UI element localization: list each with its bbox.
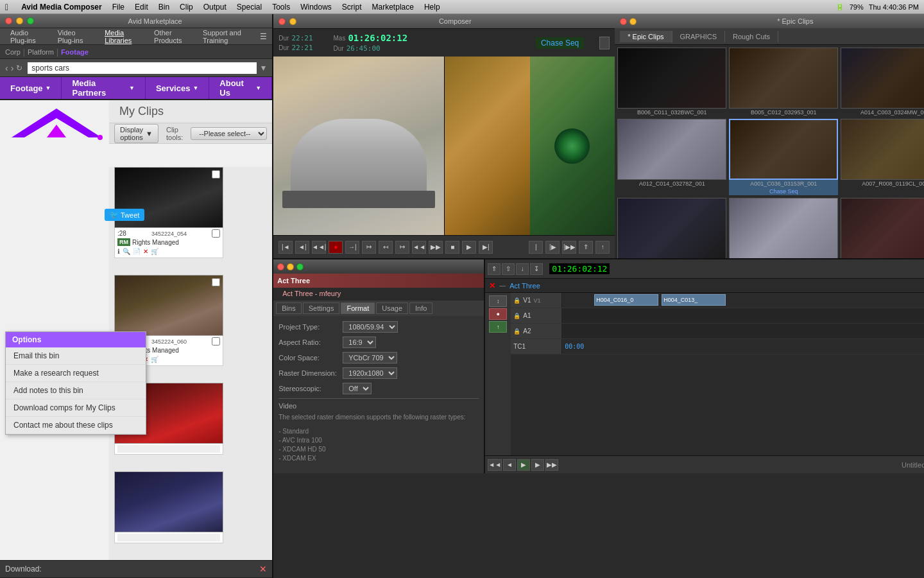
menu-tools[interactable]: Tools — [272, 3, 290, 12]
ctrl-play-in-out[interactable]: ▶| — [479, 241, 493, 254]
track-sync-btn[interactable]: ↕ — [489, 295, 507, 307]
ctrl-prev-10[interactable]: ◄◄| — [312, 241, 326, 254]
left-monitor[interactable] — [273, 57, 445, 235]
clip-info-icon[interactable]: ℹ — [117, 248, 120, 255]
color-space-select[interactable]: YCbCr 709 — [343, 352, 397, 363]
nav-footage[interactable]: Footage ▼ — [0, 77, 62, 99]
back-icon[interactable]: ‹ — [5, 63, 8, 73]
tab-video-plugins[interactable]: Video Plug-ins — [53, 28, 98, 46]
close-sequence-btn[interactable]: ✕ — [489, 281, 495, 290]
breadcrumb-footage[interactable]: Footage — [61, 48, 89, 56]
maximize-btn[interactable] — [27, 17, 34, 24]
raster-dimension-select[interactable]: 1920x1080 — [343, 367, 397, 379]
breadcrumb-corp[interactable]: Corp — [5, 48, 21, 56]
bin-thumb[interactable] — [617, 119, 726, 180]
bin-thumb[interactable] — [729, 119, 838, 180]
clip-h004-c013[interactable]: H004_C013_ — [662, 294, 726, 306]
menu-script[interactable]: Script — [342, 3, 362, 12]
ctrl-go-to-in[interactable]: →| — [345, 241, 359, 254]
tl-overwrite-btn[interactable]: ↧ — [530, 263, 543, 275]
bin-thumb[interactable] — [729, 48, 838, 109]
bin-tab-graphics[interactable]: GRAPHICS — [672, 31, 725, 42]
step-back-btn[interactable]: ◄ — [503, 459, 516, 471]
bin-thumb[interactable] — [729, 198, 838, 258]
clip-thumbnail[interactable] — [114, 275, 223, 336]
bin-min-btn[interactable] — [629, 18, 637, 25]
ctrl-in-mark[interactable]: |◄ — [278, 241, 293, 254]
project-min-btn[interactable] — [287, 263, 294, 270]
display-options-button[interactable]: Display options ▼ — [114, 124, 158, 143]
clip-cart-icon[interactable]: 🛒 — [151, 248, 158, 255]
a2-lock-icon[interactable]: 🔒 — [513, 328, 520, 335]
breadcrumb-platform[interactable]: Platform — [28, 48, 54, 56]
fast-fwd-btn[interactable]: ▶▶ — [545, 459, 558, 471]
menu-special[interactable]: Special — [237, 3, 262, 12]
tab-usage[interactable]: Usage — [376, 302, 408, 314]
ctrl-prev-frame[interactable]: ◄| — [295, 241, 309, 254]
download-x-icon[interactable]: ✕ — [259, 564, 267, 574]
stereoscopic-select[interactable]: Off — [343, 383, 372, 394]
track-green-btn[interactable]: ↑ — [489, 321, 507, 333]
composer-min-btn[interactable] — [289, 18, 296, 25]
right-monitor[interactable] — [445, 57, 615, 235]
bin-thumb[interactable] — [617, 48, 726, 109]
rewind-btn[interactable]: ◄◄ — [488, 459, 502, 471]
ctrl-red[interactable]: ● — [329, 241, 343, 254]
menu-clip[interactable]: Clip — [180, 3, 193, 12]
tl-extract-btn[interactable]: ⇑ — [488, 263, 501, 275]
ctrl-lift[interactable]: ⇑ — [579, 241, 593, 254]
ctrl-play[interactable]: ▶ — [462, 241, 476, 254]
ctrl-next-10[interactable]: |▶▶ — [562, 241, 576, 254]
tab-info[interactable]: Info — [409, 302, 432, 314]
tl-splice-btn[interactable]: ↓ — [516, 263, 529, 275]
tweet-button[interactable]: 🐦 Tweet — [105, 209, 144, 221]
clip-checkbox[interactable] — [212, 170, 220, 179]
sequence-scroll[interactable] — [599, 37, 610, 49]
bin-tab-epic-clips[interactable]: * Epic Clips — [620, 31, 672, 42]
ctrl-out-mark[interactable]: | — [529, 241, 543, 254]
menu-edit[interactable]: Edit — [135, 3, 148, 12]
tab-format[interactable]: Format — [341, 302, 375, 314]
clip-checkbox[interactable] — [212, 278, 220, 286]
tab-media-libraries[interactable]: Media Libraries — [99, 28, 146, 46]
ctrl-splice[interactable]: ↤ — [379, 241, 393, 254]
nav-media-partners[interactable]: Media Partners ▼ — [62, 77, 145, 99]
a1-lock-icon[interactable]: 🔒 — [513, 313, 520, 319]
ctrl-match-frame[interactable]: ↦ — [362, 241, 376, 254]
v1-lock-icon[interactable]: 🔒 — [513, 297, 520, 304]
refresh-icon[interactable]: ↻ — [16, 64, 22, 73]
track-record-btn[interactable]: ● — [489, 308, 507, 320]
step-fwd-btn[interactable]: ▶ — [531, 459, 544, 471]
clip-cart-icon[interactable]: 🛒 — [151, 356, 158, 363]
option-email-bin[interactable]: Email this bin — [6, 347, 146, 365]
ctrl-stop[interactable]: ■ — [445, 241, 459, 254]
tab-other-products[interactable]: Other Products — [149, 28, 195, 46]
nav-about-us[interactable]: About Us ▼ — [209, 77, 272, 99]
close-btn[interactable] — [5, 17, 12, 24]
menu-avid[interactable]: Avid Media Composer — [21, 3, 102, 12]
menu-bin[interactable]: Bin — [158, 3, 169, 12]
clip-thumbnail[interactable] — [114, 471, 223, 532]
minus-btn[interactable]: — — [499, 282, 506, 289]
project-type-select[interactable]: 1080/59.94 — [343, 321, 398, 333]
bin-thumb[interactable] — [617, 198, 726, 258]
composer-close-btn[interactable] — [278, 18, 286, 25]
apple-menu[interactable]:  — [5, 2, 8, 12]
tab-audio-plugins[interactable]: Audio Plug-ins — [5, 28, 50, 46]
option-contact[interactable]: Contact me about these clips — [6, 417, 146, 434]
ctrl-rewind[interactable]: ◄◄ — [412, 241, 426, 254]
clip-select[interactable] — [212, 337, 220, 346]
bin-close-btn[interactable] — [620, 18, 627, 25]
play-btn[interactable]: ▶ — [517, 459, 530, 471]
clip-select[interactable] — [212, 229, 220, 238]
menu-windows[interactable]: Windows — [300, 3, 332, 12]
clip-h004-c016[interactable]: H004_C016_0 — [594, 294, 658, 306]
tab-settings[interactable]: Settings — [303, 302, 340, 314]
clip-delete-icon[interactable]: ✕ — [143, 248, 148, 255]
menu-output[interactable]: Output — [203, 3, 227, 12]
aspect-ratio-select[interactable]: 16:9 — [343, 337, 376, 348]
clip-tools-select[interactable]: --Please select-- — [191, 127, 267, 140]
project-close-btn[interactable] — [277, 263, 284, 270]
search-input[interactable] — [28, 62, 257, 74]
ctrl-fast-forward[interactable]: ▶▶ — [429, 241, 443, 254]
